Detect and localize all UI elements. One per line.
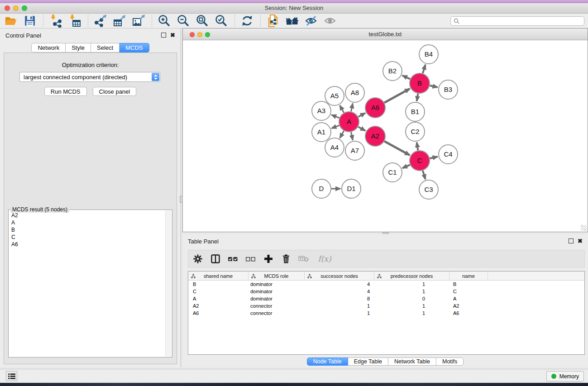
cell-shared-name[interactable]: A2 (188, 303, 249, 309)
cell-mcds-role[interactable]: dominator (249, 281, 305, 287)
network-edge-A-A3[interactable] (331, 115, 339, 118)
network-edge-A-A8[interactable] (351, 104, 353, 112)
task-history-button[interactable] (6, 371, 17, 381)
network-window-titlebar[interactable]: testGlobe.txt (183, 29, 588, 40)
result-scrollbar[interactable] (165, 210, 172, 357)
run-mcds-button[interactable]: Run MCDS (44, 87, 87, 96)
cell-mcds-role[interactable]: connector (249, 303, 305, 309)
cell-shared-name[interactable]: A6 (188, 310, 249, 316)
table-settings-button[interactable] (192, 253, 203, 265)
tab-node-table[interactable]: Node Table (307, 357, 348, 366)
cell-successor-nodes[interactable]: 8 (305, 296, 374, 301)
duplicate-network-button[interactable] (266, 14, 280, 28)
cell-predecessor-nodes[interactable]: 0 (374, 296, 449, 301)
column-header-successor-nodes[interactable]: successor nodes (305, 272, 374, 280)
close-table-panel-button[interactable]: ✖ (578, 238, 583, 243)
network-edge-A6-B[interactable] (384, 89, 410, 103)
show-details-button[interactable] (323, 14, 337, 28)
cell-successor-nodes[interactable]: 1 (305, 310, 374, 316)
table-row[interactable]: A6 connector 1 1 A6 (188, 310, 584, 317)
list-item[interactable]: C (11, 234, 164, 241)
tab-style[interactable]: Style (66, 43, 91, 52)
import-network-button[interactable] (48, 14, 63, 28)
network-edge-B-B1[interactable] (417, 94, 418, 101)
table-row[interactable]: A dominator 8 0 A (188, 295, 584, 302)
network-edge-A-A1[interactable] (332, 125, 339, 128)
deselect-all-button[interactable] (245, 253, 256, 265)
tab-mcds[interactable]: MCDS (120, 43, 149, 52)
cell-mcds-role[interactable]: dominator (249, 289, 305, 294)
cell-mcds-role[interactable]: connector (249, 310, 305, 316)
network-edge-A-A2[interactable] (358, 127, 365, 131)
close-window-button[interactable] (5, 5, 10, 11)
network-edge-A2-C[interactable] (384, 141, 410, 155)
column-header-mcds-role[interactable]: MCDS role (249, 272, 305, 280)
network-edge-B-B3[interactable] (430, 86, 438, 87)
float-table-panel-button[interactable] (569, 238, 574, 243)
tab-motifs[interactable]: Motifs (436, 357, 464, 366)
network-edge-C-C4[interactable] (430, 157, 438, 158)
open-session-button[interactable] (4, 14, 18, 28)
function-builder-button[interactable]: f(x) (316, 253, 333, 265)
window-resize-grip[interactable] (581, 225, 587, 231)
list-item[interactable]: B (11, 226, 164, 234)
export-image-button[interactable] (131, 14, 146, 28)
cell-name[interactable]: A2 (449, 303, 488, 309)
delete-table-button[interactable] (298, 253, 309, 265)
cell-shared-name[interactable]: C (188, 289, 249, 294)
cell-shared-name[interactable]: B (188, 281, 249, 287)
home-button[interactable] (285, 14, 299, 28)
cell-predecessor-nodes[interactable]: 1 (374, 310, 449, 316)
zoom-fit-button[interactable] (195, 14, 210, 28)
vertical-splitter-handle[interactable] (180, 196, 183, 203)
network-edge-C-C1[interactable] (402, 165, 410, 168)
cell-shared-name[interactable]: A (188, 296, 249, 301)
network-edge-A-A4[interactable] (340, 131, 344, 138)
zoom-in-button[interactable] (157, 14, 172, 28)
column-header-name[interactable]: name (449, 272, 488, 280)
tab-edge-table[interactable]: Edge Table (348, 357, 388, 366)
network-edge-A-A7[interactable] (351, 132, 353, 140)
zoom-window-button[interactable] (22, 5, 27, 11)
cell-successor-nodes[interactable]: 1 (305, 303, 374, 309)
cell-predecessor-nodes[interactable]: 1 (374, 281, 449, 287)
hide-details-button[interactable] (304, 14, 318, 28)
cell-successor-nodes[interactable]: 4 (305, 281, 374, 287)
select-all-button[interactable] (228, 253, 239, 265)
search-field[interactable] (450, 16, 584, 26)
export-table-button[interactable] (112, 14, 127, 28)
network-close-button[interactable] (190, 32, 195, 37)
horizontal-splitter-handle[interactable] (382, 232, 389, 234)
column-header-predecessor-nodes[interactable]: predecessor nodes (374, 272, 449, 280)
cell-successor-nodes[interactable]: 4 (305, 289, 374, 294)
table-row[interactable]: B dominator 4 1 B (188, 281, 584, 288)
network-zoom-button[interactable] (205, 32, 210, 37)
memory-button[interactable]: Memory (546, 371, 584, 381)
table-row[interactable]: A2 connector 1 1 A2 (188, 302, 584, 310)
network-edge-A-A6[interactable] (358, 113, 365, 117)
cell-name[interactable]: A6 (449, 310, 488, 316)
app-titlebar[interactable]: Session: New Session (0, 3, 588, 14)
zoom-selected-button[interactable] (214, 14, 229, 28)
cell-predecessor-nodes[interactable]: 1 (374, 303, 449, 309)
export-network-button[interactable] (93, 14, 108, 28)
zoom-out-button[interactable] (176, 14, 191, 28)
network-canvas[interactable]: B4B2BB3A5A8A6B1A3AC2A1A2A4A7C4CC1C3DD1 (183, 40, 587, 231)
network-edge-C-C2[interactable] (417, 143, 418, 151)
cell-name[interactable]: C (449, 289, 488, 294)
minimize-window-button[interactable] (13, 5, 19, 11)
network-edge-B-B2[interactable] (402, 76, 410, 79)
criterion-select[interactable]: largest connected component (directed) (19, 72, 160, 82)
list-item[interactable]: A2 (11, 212, 164, 219)
import-table-button[interactable] (67, 14, 82, 28)
add-column-button[interactable] (263, 253, 274, 265)
tab-network-table[interactable]: Network Table (388, 357, 436, 366)
network-edge-C-C3[interactable] (423, 171, 425, 179)
network-minimize-button[interactable] (197, 32, 202, 37)
tab-network[interactable]: Network (31, 43, 66, 52)
cell-mcds-role[interactable]: dominator (249, 296, 305, 301)
float-panel-button[interactable] (161, 33, 166, 38)
list-item[interactable]: A6 (11, 241, 164, 248)
column-header-shared-name[interactable]: shared name (188, 272, 249, 280)
cell-name[interactable]: B (449, 281, 488, 287)
